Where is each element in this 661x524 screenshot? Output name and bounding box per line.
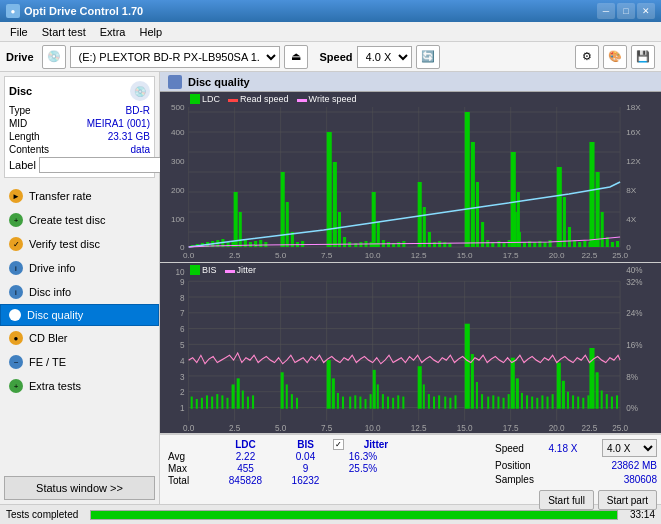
status-window-button[interactable]: Status window >> [4,476,155,500]
stats-max-row: Max 455 9 25.5% [168,463,483,474]
nav-extra-tests[interactable]: + Extra tests [0,374,159,398]
drive-icon-btn[interactable]: 💿 [42,45,66,69]
svg-text:400: 400 [171,128,185,137]
progress-bar-fill [91,511,617,519]
disc-label-row: Label ✏ [9,157,150,173]
disc-quality-header: Disc quality [160,72,661,92]
start-part-button[interactable]: Start part [598,490,657,510]
svg-rect-227 [562,381,565,409]
nav-cd-bler[interactable]: ● CD Bler [0,326,159,350]
disc-quality-header-label: Disc quality [188,76,250,88]
svg-rect-87 [465,112,470,247]
speed-select[interactable]: 4.0 X 1.0 X 2.0 X 6.0 X 8.0 X [357,46,412,68]
svg-rect-180 [281,372,284,408]
save-button[interactable]: 💾 [631,45,655,69]
svg-rect-232 [587,395,589,408]
svg-text:3: 3 [180,371,185,382]
eject-button[interactable]: ⏏ [284,45,308,69]
svg-rect-179 [252,395,254,408]
svg-rect-59 [286,202,289,247]
nav-verify-test-disc-label: Verify test disc [29,238,100,250]
app-icon: ● [6,4,20,18]
svg-text:0.0: 0.0 [183,251,195,260]
svg-rect-196 [387,397,389,409]
svg-rect-89 [476,182,479,247]
maximize-button[interactable]: □ [617,3,635,19]
svg-text:25.0: 25.0 [612,422,628,433]
nav-create-test-disc[interactable]: + Create test disc [0,208,159,232]
svg-rect-204 [438,395,440,408]
svg-rect-218 [516,378,519,408]
samples-row: Samples 380608 [495,474,657,485]
svg-rect-93 [497,241,500,247]
nav-verify-test-disc[interactable]: ✓ Verify test disc [0,232,159,256]
svg-rect-222 [536,398,538,409]
svg-rect-226 [557,363,561,409]
nav-disc-info[interactable]: i Disc info [0,280,159,304]
menu-extra[interactable]: Extra [94,24,132,40]
svg-rect-213 [492,395,494,408]
menu-bar: File Start test Extra Help [0,22,661,42]
svg-rect-105 [549,240,552,247]
nav-drive-info[interactable]: i Drive info [0,256,159,280]
close-button[interactable]: ✕ [637,3,655,19]
speed-select2[interactable]: 4.0 X 1.0 X 2.0 X [602,439,657,457]
menu-help[interactable]: Help [133,24,168,40]
color-button[interactable]: 🎨 [603,45,627,69]
svg-text:5.0: 5.0 [275,251,287,260]
svg-text:0%: 0% [626,402,638,413]
svg-rect-111 [583,241,586,247]
disc-label-key: Label [9,159,36,171]
svg-rect-78 [397,242,400,247]
svg-rect-221 [531,397,533,409]
total-label: Total [168,475,213,486]
svg-text:10.0: 10.0 [365,251,381,260]
svg-text:18X: 18X [626,103,641,112]
svg-text:12X: 12X [626,157,641,166]
toolbar: Drive 💿 (E:) PLEXTOR BD-R PX-LB950SA 1.0… [0,42,661,72]
svg-text:22.5: 22.5 [581,251,597,260]
nav-transfer-rate[interactable]: ► Transfer rate [0,184,159,208]
status-text: Tests completed [6,509,78,520]
svg-rect-186 [337,393,339,409]
speed-label: Speed [495,443,524,454]
start-full-button[interactable]: Start full [539,490,594,510]
svg-text:24%: 24% [626,308,642,319]
nav-disc-quality[interactable]: ★ Disc quality [0,304,159,326]
svg-rect-116 [601,212,604,247]
disc-length-key: Length [9,131,40,142]
disc-length-row: Length 23.31 GB [9,131,150,142]
svg-rect-54 [249,242,252,247]
nav-extra-tests-label: Extra tests [29,380,81,392]
disc-label-input[interactable] [39,157,172,173]
svg-rect-184 [327,360,331,409]
sidebar: Disc 💿 Type BD-R MID MEIRA1 (001) Length… [0,72,160,504]
drive-select[interactable]: (E:) PLEXTOR BD-R PX-LB950SA 1.06 [70,46,280,68]
disc-mid-row: MID MEIRA1 (001) [9,118,150,129]
settings-button[interactable]: ⚙ [575,45,599,69]
disc-quality-icon: ★ [9,309,21,321]
disc-type-val: BD-R [126,105,150,116]
svg-rect-191 [364,399,366,409]
jitter-checkbox[interactable]: ✓ [333,439,344,450]
avg-ldc: 2.22 [213,451,278,462]
nav-disc-info-label: Disc info [29,286,71,298]
svg-rect-171 [211,397,213,409]
svg-text:4: 4 [180,355,185,366]
svg-text:8X: 8X [626,186,637,195]
svg-rect-107 [563,197,566,247]
svg-rect-175 [232,384,235,408]
col-header-bis: BIS [278,439,333,450]
total-ldc: 845828 [213,475,278,486]
menu-start-test[interactable]: Start test [36,24,92,40]
disc-contents-val: data [131,144,150,155]
nav-fe-te[interactable]: ~ FE / TE [0,350,159,374]
svg-rect-106 [557,167,562,247]
svg-rect-174 [226,398,228,409]
refresh-button[interactable]: 🔄 [416,45,440,69]
svg-rect-187 [342,397,344,409]
menu-file[interactable]: File [4,24,34,40]
minimize-button[interactable]: ─ [597,3,615,19]
svg-rect-183 [296,398,298,409]
disc-type-row: Type BD-R [9,105,150,116]
